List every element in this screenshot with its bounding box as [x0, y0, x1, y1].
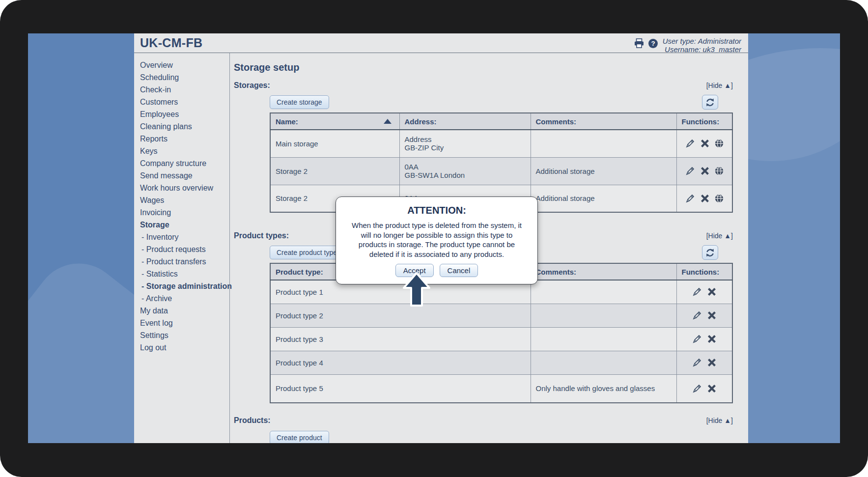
delete-icon[interactable] [707, 334, 717, 344]
sidebar-item-check-in[interactable]: Check-in [140, 84, 229, 96]
product-type-comments-cell [531, 304, 676, 327]
product-type-functions-cell [676, 374, 732, 403]
sort-ascending-icon [384, 119, 392, 124]
app-header: UK-CM-FB ? [134, 33, 748, 53]
storage-functions-cell [676, 130, 732, 157]
map-icon[interactable] [714, 194, 724, 203]
product-type-cell: Product type 4 [270, 351, 531, 374]
column-header-address[interactable]: Address: [399, 113, 531, 130]
table-row: Storage 2 0AA GB-SW1A London Additional … [270, 157, 732, 185]
map-icon[interactable] [714, 166, 724, 176]
product-types-hide-link[interactable]: [Hide ▲] [706, 232, 733, 240]
product-type-functions-cell [676, 351, 732, 374]
sidebar-item-scheduling[interactable]: Scheduling [140, 71, 229, 84]
storage-comments-cell [531, 130, 676, 157]
product-type-comments-cell [531, 351, 676, 374]
storage-functions-cell [676, 157, 732, 185]
sidebar-item-reports[interactable]: Reports [140, 133, 229, 145]
sidebar-item-wages[interactable]: Wages [140, 194, 229, 206]
storage-address-cell: Address GB-ZIP City [399, 130, 531, 157]
sidebar-item-product-requests[interactable]: - Product requests [140, 243, 229, 255]
sidebar-item-statistics[interactable]: - Statistics [140, 268, 229, 280]
username-label: Username: uk3_master [663, 45, 741, 54]
edit-icon[interactable] [692, 334, 702, 344]
table-row: Main storage Address GB-ZIP City [270, 130, 732, 157]
sidebar-item-invoicing[interactable]: Invoicing [140, 206, 229, 219]
table-row: Product type 2 [270, 304, 732, 327]
map-icon[interactable] [714, 139, 724, 148]
edit-icon[interactable] [692, 357, 702, 368]
cancel-button[interactable]: Cancel [440, 264, 478, 277]
column-header-functions: Functions: [676, 263, 732, 280]
delete-icon[interactable] [707, 384, 717, 393]
sidebar-item-company-structure[interactable]: Company structure [140, 157, 229, 169]
edit-icon[interactable] [685, 193, 696, 204]
product-types-refresh-button[interactable] [702, 245, 718, 260]
sidebar-item-settings[interactable]: Settings [140, 329, 229, 341]
storages-hide-link[interactable]: [Hide ▲] [706, 82, 733, 89]
page-title: Storage setup [234, 62, 733, 73]
column-header-comments[interactable]: Comments: [531, 113, 676, 130]
table-row: Product type 4 [270, 351, 732, 374]
sidebar-item-storage[interactable]: Storage [140, 219, 229, 231]
storage-comments-cell: Additional storage [531, 157, 676, 185]
product-type-cell: Product type 2 [270, 304, 531, 327]
storages-refresh-button[interactable] [702, 95, 718, 110]
storage-address-cell: 0AA GB-SW1A London [399, 157, 531, 185]
product-type-comments-cell [531, 280, 676, 304]
delete-icon[interactable] [707, 358, 717, 367]
sidebar-item-inventory[interactable]: - Inventory [140, 231, 229, 243]
product-type-comments-cell: Only handle with gloves and glasses [531, 374, 676, 403]
column-header-name[interactable]: Name: [270, 113, 399, 130]
dialog-title: ATTENTION: [346, 205, 528, 216]
sidebar-item-event-log[interactable]: Event log [140, 317, 229, 329]
edit-icon[interactable] [685, 138, 696, 149]
edit-icon[interactable] [685, 166, 696, 176]
svg-text:?: ? [651, 40, 655, 47]
edit-icon[interactable] [692, 286, 702, 297]
table-row: Product type 5 Only handle with gloves a… [270, 374, 732, 403]
print-icon[interactable] [634, 38, 644, 49]
products-hide-link[interactable]: [Hide ▲] [706, 417, 733, 424]
sidebar-item-overview[interactable]: Overview [140, 59, 229, 71]
create-storage-button[interactable]: Create storage [270, 95, 329, 109]
dialog-message: When the product type is deleted from th… [346, 221, 528, 259]
edit-icon[interactable] [692, 310, 702, 321]
sidebar-item-work-hours-overview[interactable]: Work hours overview [140, 182, 229, 194]
edit-icon[interactable] [692, 383, 702, 394]
create-product-button[interactable]: Create product [270, 431, 329, 443]
sidebar-item-storage-administration[interactable]: - Storage administration [140, 280, 229, 292]
storages-section-label: Storages: [234, 81, 270, 90]
product-type-comments-cell [531, 327, 676, 351]
help-icon[interactable]: ? [648, 38, 658, 49]
storage-comments-cell: Additional storage [531, 185, 676, 212]
delete-icon[interactable] [700, 166, 710, 176]
storage-name-cell: Storage 2 [270, 157, 399, 185]
sidebar-item-archive[interactable]: - Archive [140, 292, 229, 305]
sidebar-item-keys[interactable]: Keys [140, 145, 229, 157]
product-type-functions-cell [676, 304, 732, 327]
sidebar: Overview Scheduling Check-in Customers E… [134, 53, 230, 443]
product-type-cell: Product type 5 [270, 374, 531, 403]
column-header-comments[interactable]: Comments: [531, 263, 676, 280]
sidebar-item-customers[interactable]: Customers [140, 96, 229, 108]
delete-icon[interactable] [700, 194, 710, 203]
storage-name-cell: Main storage [270, 130, 399, 157]
sidebar-item-cleaning-plans[interactable]: Cleaning plans [140, 120, 229, 133]
products-section-label: Products: [234, 416, 271, 425]
product-types-section-label: Product types: [234, 231, 289, 240]
sidebar-item-send-message[interactable]: Send message [140, 169, 229, 182]
delete-icon[interactable] [700, 139, 710, 148]
delete-icon[interactable] [707, 310, 717, 320]
sidebar-item-product-transfers[interactable]: - Product transfers [140, 255, 229, 268]
sidebar-item-log-out[interactable]: Log out [140, 341, 229, 354]
app-title: UK-CM-FB [140, 36, 202, 50]
pointer-arrow-annotation [402, 272, 431, 310]
attention-dialog: ATTENTION: When the product type is dele… [336, 196, 538, 284]
product-type-functions-cell [676, 280, 732, 304]
sidebar-item-my-data[interactable]: My data [140, 305, 229, 317]
delete-icon[interactable] [707, 287, 717, 297]
create-product-type-button[interactable]: Create product type [270, 246, 344, 259]
user-info: User type: Administrator Username: uk3_m… [663, 37, 741, 54]
sidebar-item-employees[interactable]: Employees [140, 108, 229, 120]
